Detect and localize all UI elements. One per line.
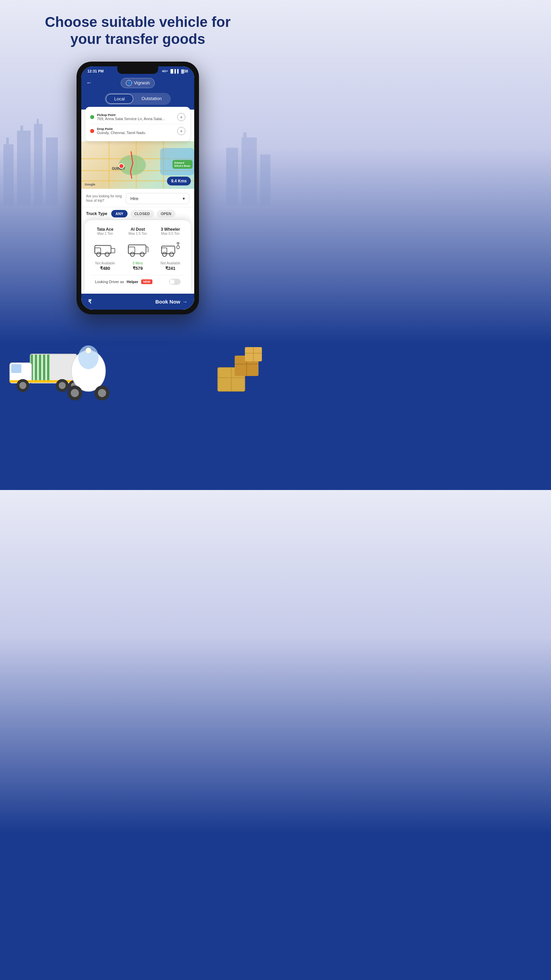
al-dost-icon xyxy=(126,238,150,259)
location-card: Pickup Point 769, Anna Salai Service Ln,… xyxy=(86,107,190,141)
phone-notch xyxy=(118,66,158,74)
tata-ace-icon xyxy=(93,238,117,259)
tab-container: Local Outstation xyxy=(105,93,171,105)
map-beach-label: EdwardElliot's Beac xyxy=(172,160,192,169)
vehicle-card-3-wheeler[interactable]: 3 Wheeler Max 0.5 Ton xyxy=(156,227,185,271)
helper-new-badge: NEW xyxy=(141,279,152,284)
dropoff-add-button[interactable]: + xyxy=(177,127,185,135)
svg-point-13 xyxy=(97,252,101,256)
network-icon: 4G+ xyxy=(162,69,168,73)
svg-point-20 xyxy=(130,252,134,256)
svg-point-26 xyxy=(163,252,167,256)
bg-city-left xyxy=(0,103,61,205)
battery-icon: ▓38 xyxy=(181,69,188,73)
scooter-illustration xyxy=(54,340,122,403)
svg-rect-34 xyxy=(39,354,41,382)
boxes-illustration xyxy=(211,340,265,396)
svg-point-14 xyxy=(105,252,109,256)
dropdown-chevron-icon: ▾ xyxy=(183,196,185,201)
dropoff-label: Drop Point xyxy=(97,127,175,130)
status-time: 12:31 PM xyxy=(87,69,104,73)
dropoff-text: Drop Point Guindy, Chennai, Tamil Nadu xyxy=(97,127,175,135)
svg-rect-8 xyxy=(241,137,257,205)
helper-toggle[interactable] xyxy=(169,279,181,285)
al-dost-status: 0 Mins xyxy=(123,261,153,265)
pickup-row[interactable]: Pickup Point 769, Anna Salai Service Ln,… xyxy=(90,111,185,123)
user-pill[interactable]: 👤 Vignesh xyxy=(121,78,155,88)
truck-type-bar: Truck Type ANY CLOSED OPEN xyxy=(81,207,194,220)
phone-frame: 12:31 PM 4G+ ▐▌▌▌ ▓38 ← 👤 Vignesh xyxy=(76,62,199,314)
book-bar: ₹ Book Now → xyxy=(81,294,194,310)
3-wheeler-status: Not Available xyxy=(156,261,185,265)
3-wheeler-icon xyxy=(159,238,182,259)
svg-rect-0 xyxy=(3,144,14,205)
dropoff-row[interactable]: Drop Point Guindy, Chennai, Tamil Nadu + xyxy=(90,125,185,137)
trip-question-label: Are you looking for long hour of trip? xyxy=(86,194,122,203)
svg-point-21 xyxy=(140,252,144,256)
price-display: ₹ xyxy=(88,298,92,305)
tab-local[interactable]: Local xyxy=(106,94,133,104)
tata-ace-status: Not Available xyxy=(90,261,120,265)
pickup-address: 769, Anna Salai Service Ln, Anna Salai..… xyxy=(97,117,175,121)
back-button[interactable]: ← xyxy=(86,79,92,86)
dropoff-dot-icon xyxy=(90,129,94,133)
svg-point-41 xyxy=(19,382,27,389)
svg-rect-33 xyxy=(35,354,37,382)
vehicle-card-tata-ace[interactable]: Tata Ace Max 1 Ton xyxy=(90,227,120,271)
svg-rect-5 xyxy=(21,126,23,130)
truck-type-closed-button[interactable]: CLOSED xyxy=(130,210,154,218)
tata-ace-name: Tata Ace xyxy=(90,227,120,232)
svg-rect-38 xyxy=(11,364,21,373)
phone-wrapper: 12:31 PM 4G+ ▐▌▌▌ ▓38 ← 👤 Vignesh xyxy=(0,62,275,314)
user-icon: 👤 xyxy=(126,80,132,86)
tab-outstation[interactable]: Outstation xyxy=(133,94,170,104)
helper-row: Looking Driver as Helper NEW xyxy=(90,275,185,288)
book-arrow-icon: → xyxy=(182,299,187,305)
dropoff-address: Guindy, Chennai, Tamil Nadu xyxy=(97,130,175,135)
pickup-text: Pickup Point 769, Anna Salai Service Ln,… xyxy=(97,113,175,121)
hire-dropdown[interactable]: Hire ▾ xyxy=(126,193,189,204)
bg-city-right xyxy=(224,121,275,205)
phone-screen: 12:31 PM 4G+ ▐▌▌▌ ▓38 ← 👤 Vignesh xyxy=(81,66,194,310)
username-label: Vignesh xyxy=(134,80,150,86)
book-now-button[interactable]: Book Now → xyxy=(156,299,187,305)
svg-rect-9 xyxy=(260,154,270,205)
truck-type-label: Truck Type xyxy=(86,211,107,216)
svg-point-27 xyxy=(169,252,173,256)
pickup-dot-icon xyxy=(90,115,94,119)
map-area: GUINDY EdwardElliot's Beac Google 9.4 Km… xyxy=(81,141,194,189)
vehicle-popup: Tata Ace Max 1 Ton xyxy=(85,220,191,294)
trip-section: Are you looking for long hour of trip? H… xyxy=(81,189,194,207)
page-header: Choose suitable vehicle for your transfe… xyxy=(0,0,275,58)
vehicle-grid: Tata Ace Max 1 Ton xyxy=(90,227,185,271)
al-dost-price: ₹579 xyxy=(123,266,153,271)
tata-ace-price: ₹480 xyxy=(90,266,120,271)
svg-rect-10 xyxy=(243,132,246,137)
3-wheeler-capacity: Max 0.5 Ton xyxy=(156,232,185,235)
user-avatar-icon: 👤 xyxy=(127,81,131,85)
svg-rect-4 xyxy=(6,137,9,144)
page-title: Choose suitable vehicle for your transfe… xyxy=(21,14,255,48)
svg-rect-36 xyxy=(47,354,49,382)
pickup-label: Pickup Point xyxy=(97,113,175,117)
svg-point-52 xyxy=(86,348,91,353)
vehicle-card-al-dost[interactable]: Al Dost Max 1.5 Ton xyxy=(123,227,153,271)
svg-point-30 xyxy=(176,246,179,249)
hire-dropdown-value: Hire xyxy=(130,196,138,201)
svg-rect-2 xyxy=(34,124,43,205)
map-marker-icon xyxy=(119,163,124,169)
pickup-add-button[interactable]: + xyxy=(177,113,185,121)
svg-rect-1 xyxy=(17,130,30,205)
al-dost-name: Al Dost xyxy=(123,227,153,232)
truck-type-open-button[interactable]: OPEN xyxy=(157,210,176,218)
truck-type-any-button[interactable]: ANY xyxy=(111,210,127,218)
3-wheeler-name: 3 Wheeler xyxy=(156,227,185,232)
helper-text: Looking Driver as xyxy=(95,280,124,284)
helper-role: Helper xyxy=(127,280,138,284)
map-google-label: Google xyxy=(85,183,95,186)
svg-rect-3 xyxy=(46,137,58,205)
svg-rect-35 xyxy=(43,354,45,382)
map-distance-badge: 9.4 Kms xyxy=(167,177,191,185)
app-header: ← 👤 Vignesh xyxy=(81,75,194,93)
svg-rect-7 xyxy=(226,148,238,205)
